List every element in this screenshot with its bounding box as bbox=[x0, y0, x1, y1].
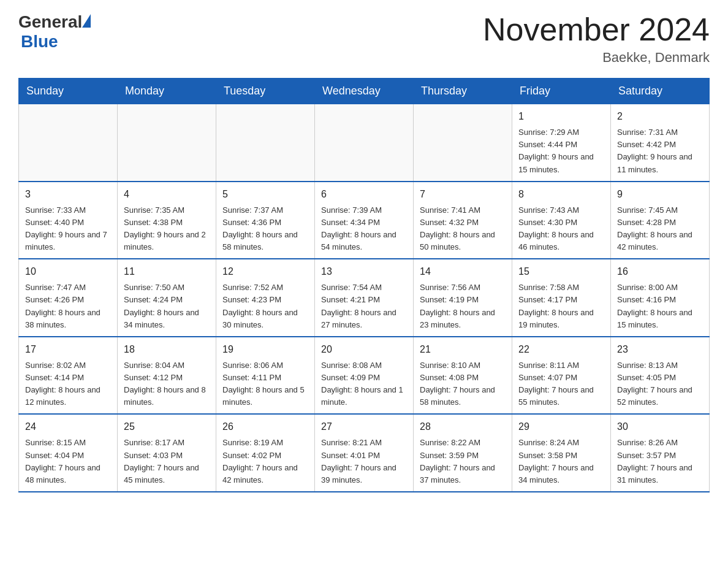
calendar-subtitle: Baekke, Denmark bbox=[483, 50, 710, 66]
table-row: 20Sunrise: 8:08 AM Sunset: 4:09 PM Dayli… bbox=[315, 337, 414, 415]
day-number: 25 bbox=[124, 419, 210, 434]
calendar-table: Sunday Monday Tuesday Wednesday Thursday… bbox=[18, 78, 710, 492]
table-row: 26Sunrise: 8:19 AM Sunset: 4:02 PM Dayli… bbox=[216, 414, 315, 492]
day-number: 3 bbox=[25, 187, 111, 202]
table-row: 1Sunrise: 7:29 AM Sunset: 4:44 PM Daylig… bbox=[512, 104, 611, 182]
day-number: 24 bbox=[25, 419, 111, 434]
day-number: 12 bbox=[222, 264, 308, 279]
calendar-week-row: 17Sunrise: 8:02 AM Sunset: 4:14 PM Dayli… bbox=[19, 337, 710, 415]
table-row: 11Sunrise: 7:50 AM Sunset: 4:24 PM Dayli… bbox=[118, 259, 216, 337]
logo-triangle-icon bbox=[82, 14, 91, 28]
day-info: Sunrise: 8:19 AM Sunset: 4:02 PM Dayligh… bbox=[222, 437, 308, 486]
day-info: Sunrise: 8:08 AM Sunset: 4:09 PM Dayligh… bbox=[321, 359, 407, 409]
table-row: 15Sunrise: 7:58 AM Sunset: 4:17 PM Dayli… bbox=[512, 259, 611, 337]
table-row: 9Sunrise: 7:45 AM Sunset: 4:28 PM Daylig… bbox=[611, 182, 710, 259]
table-row bbox=[118, 104, 216, 182]
calendar-week-row: 10Sunrise: 7:47 AM Sunset: 4:26 PM Dayli… bbox=[19, 259, 710, 337]
table-row bbox=[315, 104, 414, 182]
day-info: Sunrise: 7:58 AM Sunset: 4:17 PM Dayligh… bbox=[518, 282, 604, 331]
day-info: Sunrise: 8:13 AM Sunset: 4:05 PM Dayligh… bbox=[617, 359, 703, 409]
table-row: 13Sunrise: 7:54 AM Sunset: 4:21 PM Dayli… bbox=[315, 259, 414, 337]
table-row: 10Sunrise: 7:47 AM Sunset: 4:26 PM Dayli… bbox=[19, 259, 118, 337]
day-info: Sunrise: 8:17 AM Sunset: 4:03 PM Dayligh… bbox=[124, 437, 210, 486]
day-number: 11 bbox=[124, 264, 210, 279]
table-row: 17Sunrise: 8:02 AM Sunset: 4:14 PM Dayli… bbox=[19, 337, 118, 415]
day-info: Sunrise: 8:04 AM Sunset: 4:12 PM Dayligh… bbox=[124, 359, 210, 409]
day-number: 28 bbox=[420, 419, 506, 434]
header-monday: Monday bbox=[118, 79, 216, 104]
calendar-week-row: 1Sunrise: 7:29 AM Sunset: 4:44 PM Daylig… bbox=[19, 104, 710, 182]
day-info: Sunrise: 7:43 AM Sunset: 4:30 PM Dayligh… bbox=[518, 204, 604, 254]
day-info: Sunrise: 7:37 AM Sunset: 4:36 PM Dayligh… bbox=[222, 204, 308, 254]
page-header: General Blue November 2024 Baekke, Denma… bbox=[18, 12, 710, 66]
table-row: 3Sunrise: 7:33 AM Sunset: 4:40 PM Daylig… bbox=[19, 182, 118, 259]
day-number: 4 bbox=[124, 187, 210, 202]
day-number: 29 bbox=[518, 419, 604, 434]
logo: General Blue bbox=[18, 12, 91, 52]
table-row bbox=[19, 104, 118, 182]
header-saturday: Saturday bbox=[611, 79, 710, 104]
logo-general-text: General bbox=[18, 12, 82, 32]
table-row: 18Sunrise: 8:04 AM Sunset: 4:12 PM Dayli… bbox=[118, 337, 216, 415]
table-row bbox=[216, 104, 315, 182]
day-number: 18 bbox=[124, 342, 210, 357]
day-info: Sunrise: 7:45 AM Sunset: 4:28 PM Dayligh… bbox=[617, 204, 703, 254]
weekday-header-row: Sunday Monday Tuesday Wednesday Thursday… bbox=[19, 79, 710, 104]
day-info: Sunrise: 7:41 AM Sunset: 4:32 PM Dayligh… bbox=[420, 204, 506, 254]
day-info: Sunrise: 7:29 AM Sunset: 4:44 PM Dayligh… bbox=[518, 126, 604, 176]
day-info: Sunrise: 7:39 AM Sunset: 4:34 PM Dayligh… bbox=[321, 204, 407, 254]
day-number: 30 bbox=[617, 419, 703, 434]
table-row: 23Sunrise: 8:13 AM Sunset: 4:05 PM Dayli… bbox=[611, 337, 710, 415]
day-info: Sunrise: 7:33 AM Sunset: 4:40 PM Dayligh… bbox=[25, 204, 111, 254]
day-info: Sunrise: 8:26 AM Sunset: 3:57 PM Dayligh… bbox=[617, 437, 703, 486]
day-info: Sunrise: 7:54 AM Sunset: 4:21 PM Dayligh… bbox=[321, 282, 407, 331]
header-sunday: Sunday bbox=[19, 79, 118, 104]
table-row: 22Sunrise: 8:11 AM Sunset: 4:07 PM Dayli… bbox=[512, 337, 611, 415]
day-info: Sunrise: 7:50 AM Sunset: 4:24 PM Dayligh… bbox=[124, 282, 210, 331]
title-area: November 2024 Baekke, Denmark bbox=[483, 12, 710, 66]
day-info: Sunrise: 8:10 AM Sunset: 4:08 PM Dayligh… bbox=[420, 359, 506, 409]
table-row: 2Sunrise: 7:31 AM Sunset: 4:42 PM Daylig… bbox=[611, 104, 710, 182]
table-row: 12Sunrise: 7:52 AM Sunset: 4:23 PM Dayli… bbox=[216, 259, 315, 337]
day-number: 21 bbox=[420, 342, 506, 357]
day-number: 26 bbox=[222, 419, 308, 434]
table-row: 7Sunrise: 7:41 AM Sunset: 4:32 PM Daylig… bbox=[414, 182, 512, 259]
day-number: 1 bbox=[518, 109, 604, 124]
day-number: 5 bbox=[222, 187, 308, 202]
day-info: Sunrise: 7:31 AM Sunset: 4:42 PM Dayligh… bbox=[617, 126, 703, 176]
table-row: 6Sunrise: 7:39 AM Sunset: 4:34 PM Daylig… bbox=[315, 182, 414, 259]
day-info: Sunrise: 8:00 AM Sunset: 4:16 PM Dayligh… bbox=[617, 282, 703, 331]
day-number: 7 bbox=[420, 187, 506, 202]
table-row: 5Sunrise: 7:37 AM Sunset: 4:36 PM Daylig… bbox=[216, 182, 315, 259]
calendar-week-row: 3Sunrise: 7:33 AM Sunset: 4:40 PM Daylig… bbox=[19, 182, 710, 259]
day-number: 22 bbox=[518, 342, 604, 357]
table-row: 27Sunrise: 8:21 AM Sunset: 4:01 PM Dayli… bbox=[315, 414, 414, 492]
day-number: 2 bbox=[617, 109, 703, 124]
day-number: 16 bbox=[617, 264, 703, 279]
day-number: 13 bbox=[321, 264, 407, 279]
day-info: Sunrise: 8:11 AM Sunset: 4:07 PM Dayligh… bbox=[518, 359, 604, 409]
day-info: Sunrise: 8:21 AM Sunset: 4:01 PM Dayligh… bbox=[321, 437, 407, 486]
day-number: 20 bbox=[321, 342, 407, 357]
table-row: 19Sunrise: 8:06 AM Sunset: 4:11 PM Dayli… bbox=[216, 337, 315, 415]
day-info: Sunrise: 8:02 AM Sunset: 4:14 PM Dayligh… bbox=[25, 359, 111, 409]
day-number: 17 bbox=[25, 342, 111, 357]
day-info: Sunrise: 7:56 AM Sunset: 4:19 PM Dayligh… bbox=[420, 282, 506, 331]
day-number: 19 bbox=[222, 342, 308, 357]
table-row: 29Sunrise: 8:24 AM Sunset: 3:58 PM Dayli… bbox=[512, 414, 611, 492]
day-info: Sunrise: 7:52 AM Sunset: 4:23 PM Dayligh… bbox=[222, 282, 308, 331]
calendar-week-row: 24Sunrise: 8:15 AM Sunset: 4:04 PM Dayli… bbox=[19, 414, 710, 492]
logo-blue-text: Blue bbox=[21, 32, 58, 52]
day-info: Sunrise: 8:24 AM Sunset: 3:58 PM Dayligh… bbox=[518, 437, 604, 486]
day-info: Sunrise: 8:15 AM Sunset: 4:04 PM Dayligh… bbox=[25, 437, 111, 486]
table-row bbox=[414, 104, 512, 182]
day-number: 10 bbox=[25, 264, 111, 279]
table-row: 24Sunrise: 8:15 AM Sunset: 4:04 PM Dayli… bbox=[19, 414, 118, 492]
day-number: 27 bbox=[321, 419, 407, 434]
table-row: 28Sunrise: 8:22 AM Sunset: 3:59 PM Dayli… bbox=[414, 414, 512, 492]
table-row: 14Sunrise: 7:56 AM Sunset: 4:19 PM Dayli… bbox=[414, 259, 512, 337]
header-tuesday: Tuesday bbox=[216, 79, 315, 104]
day-number: 23 bbox=[617, 342, 703, 357]
table-row: 16Sunrise: 8:00 AM Sunset: 4:16 PM Dayli… bbox=[611, 259, 710, 337]
table-row: 21Sunrise: 8:10 AM Sunset: 4:08 PM Dayli… bbox=[414, 337, 512, 415]
